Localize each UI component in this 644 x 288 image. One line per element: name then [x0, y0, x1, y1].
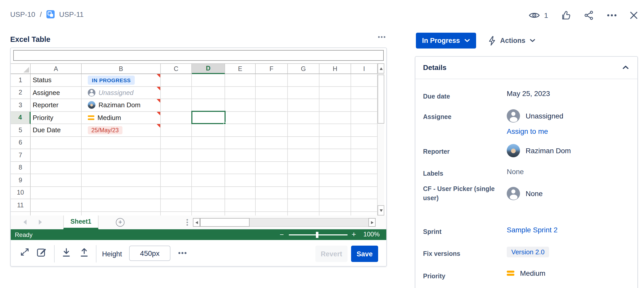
row-header-9[interactable]: 9 [11, 174, 31, 187]
cell-E3[interactable] [225, 99, 256, 112]
cell-A9[interactable] [31, 174, 82, 187]
cell-B3[interactable]: Raziman Dom [82, 99, 161, 112]
cell-B8[interactable] [82, 162, 161, 174]
horizontal-scrollbar[interactable] [200, 218, 368, 227]
cell-A3[interactable]: Reporter [31, 99, 82, 112]
add-sheet-icon[interactable]: + [116, 218, 125, 227]
cell-G10[interactable] [288, 187, 319, 199]
due-date-value[interactable]: May 25, 2023 [507, 89, 550, 98]
cell-H5[interactable] [319, 124, 351, 137]
more-actions-icon[interactable] [607, 14, 617, 17]
cell[interactable] [319, 212, 351, 216]
cell-D8[interactable] [192, 162, 225, 174]
cell-G4[interactable] [288, 112, 319, 124]
cell-C1[interactable] [161, 74, 192, 87]
cell-H9[interactable] [319, 174, 351, 187]
zoom-level[interactable]: 100% [363, 231, 380, 238]
cell[interactable] [82, 212, 161, 216]
row-header-1[interactable]: 1 [11, 74, 31, 87]
cell[interactable] [225, 212, 256, 216]
assign-to-me-link[interactable]: Assign to me [507, 127, 548, 135]
row-header-10[interactable]: 10 [11, 187, 31, 199]
column-header-D[interactable]: D [192, 64, 225, 74]
zoom-out-icon[interactable]: − [280, 230, 284, 238]
cell-I5[interactable] [351, 124, 378, 137]
cell-E10[interactable] [225, 187, 256, 199]
cell-I9[interactable] [351, 174, 378, 187]
formula-bar-input[interactable] [13, 50, 384, 61]
cell-A5[interactable]: Due Date [31, 124, 82, 137]
cell-H11[interactable] [319, 199, 351, 212]
cell-B10[interactable] [82, 187, 161, 199]
scroll-up-button[interactable] [378, 63, 384, 74]
cell-E7[interactable] [225, 149, 256, 162]
cell-E4[interactable] [225, 112, 256, 124]
prev-sheet-icon[interactable] [23, 220, 27, 225]
zoom-in-icon[interactable]: + [352, 230, 356, 238]
cell-A4[interactable]: Priority [31, 112, 82, 124]
reporter-value[interactable]: Raziman Dom [507, 144, 571, 157]
cell-B5[interactable]: 25/May/23 [82, 124, 161, 137]
fix-versions-value[interactable]: Version 2.0 [507, 247, 549, 257]
assignee-value[interactable]: Unassigned [507, 109, 563, 123]
cell-C10[interactable] [161, 187, 192, 199]
close-icon[interactable] [630, 11, 638, 19]
row-header-4[interactable]: 4 [11, 112, 31, 124]
cell-D7[interactable] [192, 149, 225, 162]
cell-F9[interactable] [256, 174, 288, 187]
cell-G1[interactable] [288, 74, 319, 87]
cell-B9[interactable] [82, 174, 161, 187]
cell-G8[interactable] [288, 162, 319, 174]
upload-icon[interactable] [80, 248, 89, 257]
column-header-B[interactable]: B [82, 64, 161, 74]
cell-E9[interactable] [225, 174, 256, 187]
row-header-8[interactable]: 8 [11, 162, 31, 174]
cell[interactable] [351, 212, 378, 216]
cell-A2[interactable]: Assignee [31, 87, 82, 99]
row-header-6[interactable]: 6 [11, 137, 31, 149]
cell[interactable] [192, 212, 225, 216]
zoom-slider[interactable] [289, 234, 348, 235]
cell[interactable] [31, 212, 82, 216]
cell-I4[interactable] [351, 112, 378, 124]
cell-H6[interactable] [319, 137, 351, 149]
cell-I6[interactable] [351, 137, 378, 149]
edit-icon[interactable] [36, 247, 47, 257]
cell-A10[interactable] [31, 187, 82, 199]
hscroll-right-button[interactable] [368, 218, 376, 227]
status-dropdown-button[interactable]: In Progress [416, 33, 476, 49]
cell-C4[interactable] [161, 112, 192, 124]
sprint-link[interactable]: Sample Sprint 2 [507, 226, 558, 234]
row-header-partial[interactable] [11, 212, 31, 216]
cell-I10[interactable] [351, 187, 378, 199]
column-header-I[interactable]: I [351, 64, 378, 74]
breadcrumb-current-link[interactable]: USP-11 [59, 10, 84, 18]
cell-C5[interactable] [161, 124, 192, 137]
cell-H2[interactable] [319, 87, 351, 99]
cell-D1[interactable] [192, 74, 225, 87]
cell-C11[interactable] [161, 199, 192, 212]
cell-E1[interactable] [225, 74, 256, 87]
sheet-tab-sheet1[interactable]: Sheet1 [63, 215, 98, 229]
fullscreen-expand-icon[interactable] [20, 247, 30, 257]
vertical-scroll-thumb[interactable] [378, 75, 384, 124]
cell-F8[interactable] [256, 162, 288, 174]
cell-G9[interactable] [288, 174, 319, 187]
excel-panel-menu-icon[interactable] [378, 36, 386, 38]
cell-A11[interactable] [31, 199, 82, 212]
cell-B6[interactable] [82, 137, 161, 149]
watchers-group[interactable]: 1 [529, 11, 548, 19]
column-header-E[interactable]: E [225, 64, 256, 74]
cell-C2[interactable] [161, 87, 192, 99]
hscroll-left-button[interactable] [193, 218, 200, 227]
cell-E2[interactable] [225, 87, 256, 99]
cell-G11[interactable] [288, 199, 319, 212]
next-sheet-icon[interactable] [38, 220, 42, 225]
cell-H3[interactable] [319, 99, 351, 112]
cell-C3[interactable] [161, 99, 192, 112]
revert-button[interactable]: Revert [315, 246, 348, 262]
cell-I3[interactable] [351, 99, 378, 112]
active-cell-outline[interactable] [191, 111, 226, 124]
height-input[interactable]: 450px [129, 246, 170, 261]
column-header-G[interactable]: G [288, 64, 319, 74]
